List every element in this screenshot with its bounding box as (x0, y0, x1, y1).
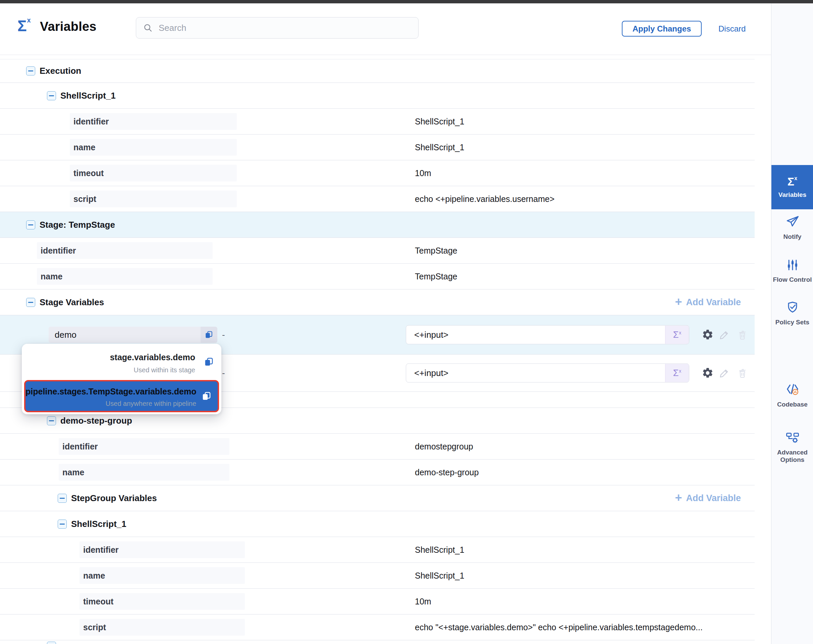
variable-delete-icon[interactable] (737, 330, 748, 340)
property-name: timeout (80, 593, 245, 610)
property-name: name (70, 139, 237, 156)
property-row: identifier demostepgroup (0, 434, 755, 460)
page-title: Variables (40, 20, 97, 34)
tree-group-row: ShellScript_1 (0, 511, 755, 537)
variable-delete-icon[interactable] (737, 368, 748, 379)
variable-name-field[interactable]: demo (49, 327, 217, 343)
property-row: identifier ShellScript_1 (0, 537, 755, 563)
property-value: demo-step-group (415, 468, 479, 477)
expression-toggle-icon[interactable]: Σx (665, 326, 689, 344)
group-label[interactable]: demo-step-group (60, 416, 132, 426)
property-row: name ShellScript_1 (0, 563, 755, 589)
collapse-minus-icon[interactable] (58, 494, 67, 503)
variable-path-option-pipeline[interactable]: pipeline.stages.TempStage.variables.demo… (24, 380, 219, 412)
variable-edit-icon[interactable] (719, 367, 730, 379)
property-name: name (59, 464, 229, 481)
property-value: ShellScript_1 (415, 545, 464, 555)
sidebar-item-label: Codebase (772, 401, 813, 408)
group-label[interactable]: StepGroup Variables (71, 493, 157, 503)
group-label[interactable]: Stage Variables (40, 297, 104, 308)
property-name: identifier (70, 113, 237, 130)
plus-icon: + (675, 297, 682, 307)
property-value: 10m (415, 169, 431, 178)
property-name: script (70, 190, 237, 207)
search-box[interactable] (136, 17, 419, 38)
collapse-minus-icon[interactable] (47, 91, 56, 100)
copy-icon[interactable] (201, 327, 217, 343)
add-variable-label: Add Variable (686, 493, 741, 503)
collapse-minus-icon[interactable] (47, 416, 56, 425)
property-row: script echo <+pipeline.variables.usernam… (0, 186, 755, 212)
property-row: name demo-step-group (0, 460, 755, 485)
property-name: identifier (59, 438, 229, 455)
property-name: name (37, 268, 213, 285)
variables-sigma-icon: Σx (787, 176, 797, 187)
tree-group-row: ShellScript_1 (0, 83, 755, 109)
add-variable-button[interactable]: + Add Variable (673, 493, 743, 504)
apply-changes-button[interactable]: Apply Changes (622, 21, 702, 37)
collapse-minus-icon[interactable] (26, 220, 35, 229)
sidebar-item-notify[interactable]: Notify (772, 215, 813, 241)
sidebar-item-label: Notify (772, 233, 813, 241)
sidebar-item-variables[interactable]: Σx Variables (772, 165, 813, 209)
search-icon (143, 23, 153, 33)
panel-header: Σx Variables Apply Changes Discard (0, 3, 771, 55)
property-value: 10m (415, 597, 431, 606)
property-value: TempStage (415, 246, 457, 256)
variable-value-text: <+input> (406, 368, 665, 378)
variable-path-text: stage.variables.demo (22, 353, 195, 362)
property-row: name ShellScript_1 (0, 135, 755, 160)
group-label[interactable]: ShellScript_1 (71, 519, 126, 529)
flowchart-gear-icon (785, 440, 800, 445)
group-label[interactable]: Execution (40, 66, 81, 76)
sidebar-item-label: Advanced Options (772, 449, 813, 463)
property-name: timeout (70, 165, 237, 181)
group-label[interactable]: ShellScript_1 (60, 90, 116, 101)
expression-toggle-icon[interactable]: Σx (665, 364, 689, 382)
collapse-minus-icon[interactable] (47, 642, 56, 644)
copy-icon[interactable] (204, 357, 214, 367)
property-row: script echo "<+stage.variables.demo>" ec… (0, 615, 755, 640)
plus-icon: + (675, 493, 682, 503)
property-name: identifier (80, 541, 245, 558)
property-value: echo "<+stage.variables.demo>" echo <+pi… (415, 623, 703, 632)
copy-icon[interactable] (202, 391, 212, 401)
property-name: name (80, 567, 245, 584)
property-value: ShellScript_1 (415, 117, 464, 126)
variables-sigma-icon: Σx (17, 17, 31, 34)
tree-group-row: Stage Variables + Add Variable (0, 290, 755, 315)
paper-plane-icon (785, 224, 799, 230)
tree-group-row: Stage: TempStage (0, 212, 755, 238)
sidebar-item-policy-sets[interactable]: Policy Sets (772, 300, 813, 326)
property-value: echo <+pipeline.variables.username> (415, 194, 554, 204)
add-variable-button[interactable]: + Add Variable (673, 297, 743, 308)
sidebar-item-label: Variables (778, 191, 806, 199)
tree-group-row: Execution (0, 59, 755, 83)
collapse-minus-icon[interactable] (58, 520, 67, 529)
code-warning-icon (785, 392, 800, 397)
variable-name-text: demo (49, 327, 201, 343)
sidebar-item-label: Policy Sets (772, 319, 813, 326)
sidebar-item-codebase[interactable]: Codebase (772, 382, 813, 408)
search-input[interactable] (158, 23, 411, 34)
sliders-icon (786, 267, 799, 273)
group-label[interactable]: Stage: TempStage (40, 220, 115, 230)
property-value: TempStage (415, 272, 457, 281)
variables-panel: Σx Variables Apply Changes Discard Execu… (0, 0, 813, 644)
property-row: name TempStage (0, 264, 755, 290)
variable-path-text: pipeline.stages.TempStage.variables.demo (26, 387, 196, 396)
variable-settings-icon[interactable] (702, 329, 714, 341)
discard-button[interactable]: Discard (718, 21, 746, 37)
collapse-minus-icon[interactable] (26, 66, 35, 75)
variable-value-input[interactable]: <+input> Σx (406, 363, 689, 383)
sidebar-item-flow-control[interactable]: Flow Control (772, 258, 813, 284)
variable-edit-icon[interactable] (719, 329, 730, 340)
add-variable-label: Add Variable (686, 297, 741, 308)
variable-value-input[interactable]: <+input> Σx (406, 325, 689, 345)
variable-path-option-stage[interactable]: stage.variables.demo Used within its sta… (22, 344, 221, 380)
sidebar-item-advanced-options[interactable]: Advanced Options (772, 431, 813, 463)
window-top-bar (0, 0, 813, 3)
variable-value-text: <+input> (406, 330, 665, 340)
collapse-minus-icon[interactable] (26, 298, 35, 307)
variable-settings-icon[interactable] (702, 367, 714, 379)
